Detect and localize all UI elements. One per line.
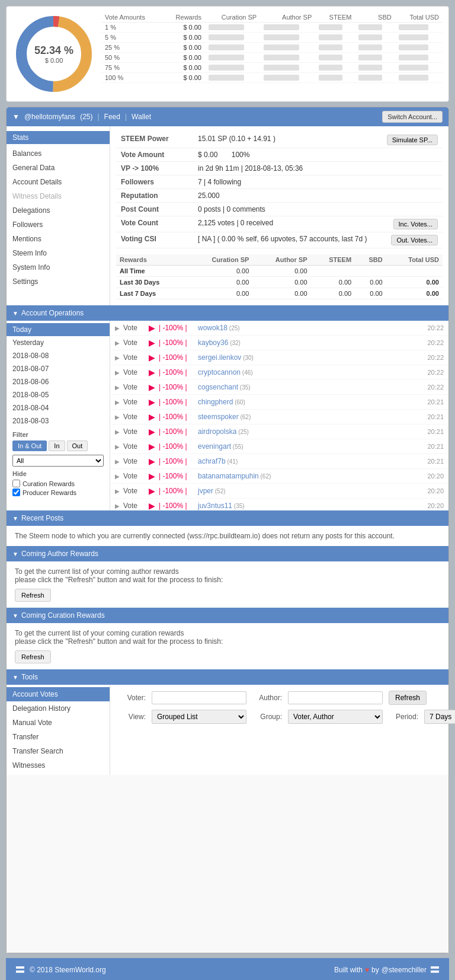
triangle-icon: ▼ <box>12 113 20 121</box>
vote-user[interactable]: batanamatampuhin (62) <box>198 472 427 480</box>
vote-time: 20:20 <box>427 487 444 494</box>
vote-expand-icon[interactable]: ▶ <box>115 399 120 406</box>
vote-expand-icon[interactable]: ▶ <box>115 488 120 494</box>
vote-expand-icon[interactable]: ▶ <box>115 384 120 391</box>
account-name[interactable]: @hellotomyfans <box>24 113 75 121</box>
vote-expand-icon[interactable]: ▶ <box>115 473 120 480</box>
vote-time: 20:21 <box>427 443 444 450</box>
curation-rewards-refresh-button[interactable]: Refresh <box>15 650 51 663</box>
recent-posts-body: The Steem node to which you are currentl… <box>7 526 448 546</box>
hide-checkbox[interactable] <box>12 489 20 496</box>
sidebar-item-account-details[interactable]: Account Details <box>7 175 110 189</box>
wallet-link[interactable]: Wallet <box>132 113 151 121</box>
vote-expand-icon[interactable]: ▶ <box>115 458 120 465</box>
donut-usd: $ 0.00 <box>34 57 73 64</box>
vote-user[interactable]: sergei.ilenkov (30) <box>198 353 427 362</box>
tools-sidebar-item-transfer[interactable]: Transfer <box>7 730 110 744</box>
footer-author-link[interactable]: @steemchiller <box>382 966 427 974</box>
period-select[interactable]: 7 Days <box>424 710 455 724</box>
tools-sidebar-item-manual-vote[interactable]: Manual Vote <box>7 716 110 730</box>
tools-sidebar-item-transfer-search[interactable]: Transfer Search <box>7 744 110 758</box>
tools-sidebar-item-account-votes[interactable]: Account Votes <box>7 687 110 701</box>
tools-sidebar-item-delegation-history[interactable]: Delegation History <box>7 701 110 716</box>
sidebar-item-balances[interactable]: Balances <box>7 146 110 161</box>
sidebar-item-mentions[interactable]: Mentions <box>7 232 110 246</box>
footer-bar: 〓 © 2018 SteemWorld.org Built with ♥ by … <box>6 958 449 980</box>
feed-link[interactable]: Feed <box>104 113 120 121</box>
vote-col1 <box>205 53 260 63</box>
filter-select[interactable]: All <box>12 455 104 467</box>
switch-account-button[interactable]: Switch Account... <box>382 111 443 123</box>
ops-date-yesterday[interactable]: Yesterday <box>7 336 110 349</box>
reputation-value: 25.000 <box>193 189 443 203</box>
tools-refresh-button[interactable]: Refresh <box>389 691 427 705</box>
vote-col3 <box>315 73 355 83</box>
vote-user[interactable]: kayboy36 (32) <box>198 339 427 347</box>
ops-date-2018-08-05[interactable]: 2018-08-05 <box>7 388 110 401</box>
vote-expand-icon[interactable]: ▶ <box>115 429 120 435</box>
vote-expand-icon[interactable]: ▶ <box>115 369 120 376</box>
ops-date-2018-08-06[interactable]: 2018-08-06 <box>7 375 110 388</box>
hide-checkbox[interactable] <box>12 480 20 487</box>
ops-date-today[interactable]: Today <box>7 323 110 336</box>
sidebar-item-general-data[interactable]: General Data <box>7 161 110 175</box>
vote-pct-cell: 100 % <box>101 73 162 83</box>
vote-user[interactable]: jvper (52) <box>198 487 427 495</box>
vote-user[interactable]: cogsenchant (35) <box>198 383 427 391</box>
out-votes-button[interactable]: Out. Votes... <box>391 235 438 245</box>
vote-user[interactable]: achraf7b (41) <box>198 457 427 465</box>
vote-user[interactable]: cryptocannon (46) <box>198 368 427 376</box>
author-input[interactable] <box>288 691 383 704</box>
vote-user[interactable]: juv3ntus11 (35) <box>198 502 427 510</box>
vote-user[interactable]: chingpherd (60) <box>198 398 427 406</box>
voter-input[interactable] <box>152 691 246 704</box>
vote-col3 <box>315 23 355 33</box>
sidebar-item-settings[interactable]: Settings <box>7 274 110 289</box>
vote-col3 <box>315 53 355 63</box>
vote-type: Vote <box>123 427 144 436</box>
vote-user[interactable]: steemspoker (62) <box>198 413 427 421</box>
vote-time: 20:22 <box>427 339 444 346</box>
filter-btn-in[interactable]: In <box>49 440 65 451</box>
vote-user[interactable]: airdropolska (25) <box>198 427 427 436</box>
vote-expand-icon[interactable]: ▶ <box>115 325 120 331</box>
simulate-sp-button[interactable]: Simulate SP... <box>387 135 438 145</box>
ops-date-2018-08-07[interactable]: 2018-08-07 <box>7 362 110 375</box>
filter-btn-out[interactable]: Out <box>67 440 88 451</box>
vote-list-item: ▶ Vote ▶ | -100% | cryptocannon (46) 20:… <box>110 365 448 380</box>
recent-posts-arrow-icon: ▼ <box>12 515 18 522</box>
recent-posts-title: Recent Posts <box>21 514 63 522</box>
vote-time: 20:20 <box>427 502 444 509</box>
rewards-author: 0.00 <box>252 288 310 299</box>
vote-expand-icon[interactable]: ▶ <box>115 340 120 346</box>
vote-dot-icon: ▶ <box>149 382 155 392</box>
vote-count-label: Vote Count <box>116 216 193 232</box>
vote-user[interactable]: eveningart (55) <box>198 442 427 451</box>
operations-title: Account Operations <box>21 309 84 317</box>
ops-date-2018-08-04[interactable]: 2018-08-04 <box>7 401 110 414</box>
tools-arrow-icon: ▼ <box>12 674 18 681</box>
vote-percentage: | -100% | <box>159 487 194 495</box>
inc-votes-button[interactable]: Inc. Votes... <box>393 219 438 229</box>
group-select[interactable]: Voter, Author <box>288 710 383 724</box>
vote-user[interactable]: wowok18 (25) <box>198 324 427 332</box>
tools-sidebar-item-witnesses[interactable]: Witnesses <box>7 758 110 772</box>
sidebar-item-followers[interactable]: Followers <box>7 218 110 232</box>
vote-expand-icon[interactable]: ▶ <box>115 414 120 420</box>
view-label: View: <box>116 713 146 721</box>
vote-type: Vote <box>123 472 144 480</box>
vote-list-item: ▶ Vote ▶ | -100% | achraf7b (41) 20:21 <box>110 454 448 469</box>
vote-expand-icon[interactable]: ▶ <box>115 443 120 450</box>
rewards-total <box>386 266 443 277</box>
sidebar-item-system-info[interactable]: System Info <box>7 260 110 274</box>
vote-expand-icon[interactable]: ▶ <box>115 355 120 361</box>
ops-date-2018-08-08[interactable]: 2018-08-08 <box>7 349 110 362</box>
sidebar-item-delegations[interactable]: Delegations <box>7 203 110 218</box>
rewards-table: Rewards Curation SP Author SP STEEM SBD … <box>116 254 443 299</box>
vote-expand-icon[interactable]: ▶ <box>115 503 120 509</box>
author-rewards-refresh-button[interactable]: Refresh <box>15 589 51 602</box>
view-select[interactable]: Grouped List <box>152 710 246 724</box>
sidebar-item-steem-info[interactable]: Steem Info <box>7 246 110 260</box>
ops-date-2018-08-03[interactable]: 2018-08-03 <box>7 414 110 427</box>
filter-btn-in-&-out[interactable]: In & Out <box>12 440 47 451</box>
